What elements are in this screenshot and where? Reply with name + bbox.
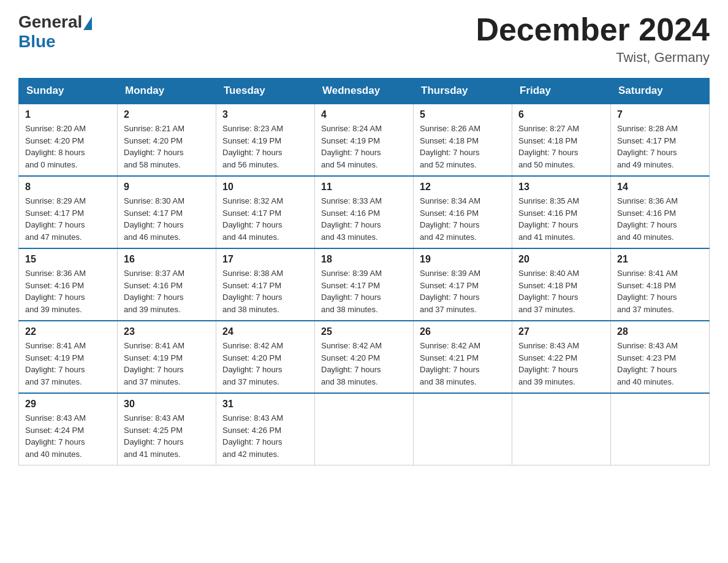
location-label: Twist, Germany [476,50,710,66]
calendar-header-row: SundayMondayTuesdayWednesdayThursdayFrid… [19,79,710,104]
column-header-friday: Friday [512,79,611,104]
calendar-cell [414,393,512,465]
title-section: December 2024 Twist, Germany [476,12,710,66]
week-row-5: 29Sunrise: 8:43 AM Sunset: 4:24 PM Dayli… [19,393,710,465]
day-number: 1 [25,109,111,120]
calendar-cell: 13Sunrise: 8:35 AM Sunset: 4:16 PM Dayli… [512,176,611,248]
day-info: Sunrise: 8:42 AM Sunset: 4:20 PM Dayligh… [321,340,407,388]
day-number: 28 [617,326,703,337]
week-row-4: 22Sunrise: 8:41 AM Sunset: 4:19 PM Dayli… [19,321,710,393]
day-info: Sunrise: 8:42 AM Sunset: 4:20 PM Dayligh… [222,340,308,388]
day-info: Sunrise: 8:41 AM Sunset: 4:19 PM Dayligh… [25,340,111,388]
day-number: 26 [420,326,506,337]
day-info: Sunrise: 8:40 AM Sunset: 4:18 PM Dayligh… [518,267,604,315]
day-info: Sunrise: 8:41 AM Sunset: 4:18 PM Dayligh… [617,267,703,315]
day-number: 19 [420,254,506,265]
day-info: Sunrise: 8:37 AM Sunset: 4:16 PM Dayligh… [124,267,210,315]
day-info: Sunrise: 8:29 AM Sunset: 4:17 PM Dayligh… [25,195,111,243]
day-number: 13 [518,182,604,193]
day-number: 22 [25,326,111,337]
day-info: Sunrise: 8:35 AM Sunset: 4:16 PM Dayligh… [518,195,604,243]
day-info: Sunrise: 8:38 AM Sunset: 4:17 PM Dayligh… [222,267,308,315]
day-number: 16 [124,254,210,265]
day-number: 14 [617,182,703,193]
calendar-cell: 30Sunrise: 8:43 AM Sunset: 4:25 PM Dayli… [118,393,216,465]
day-number: 20 [518,254,604,265]
calendar-cell: 16Sunrise: 8:37 AM Sunset: 4:16 PM Dayli… [118,248,216,321]
day-info: Sunrise: 8:43 AM Sunset: 4:25 PM Dayligh… [124,412,210,460]
column-header-wednesday: Wednesday [315,79,414,104]
calendar-cell: 5Sunrise: 8:26 AM Sunset: 4:18 PM Daylig… [414,104,512,176]
day-number: 23 [124,326,210,337]
calendar-cell: 17Sunrise: 8:38 AM Sunset: 4:17 PM Dayli… [216,248,315,321]
day-number: 7 [617,109,703,120]
calendar-table: SundayMondayTuesdayWednesdayThursdayFrid… [18,78,710,465]
month-title: December 2024 [476,12,710,47]
calendar-cell: 1Sunrise: 8:20 AM Sunset: 4:20 PM Daylig… [19,104,118,176]
day-number: 24 [222,326,308,337]
week-row-2: 8Sunrise: 8:29 AM Sunset: 4:17 PM Daylig… [19,176,710,248]
day-number: 11 [321,182,407,193]
week-row-3: 15Sunrise: 8:36 AM Sunset: 4:16 PM Dayli… [19,248,710,321]
calendar-cell: 18Sunrise: 8:39 AM Sunset: 4:17 PM Dayli… [315,248,414,321]
day-number: 5 [420,109,506,120]
day-number: 29 [25,399,111,410]
day-number: 4 [321,109,407,120]
day-number: 2 [124,109,210,120]
day-info: Sunrise: 8:43 AM Sunset: 4:26 PM Dayligh… [222,412,308,460]
calendar-cell: 14Sunrise: 8:36 AM Sunset: 4:16 PM Dayli… [611,176,710,248]
day-number: 6 [518,109,604,120]
day-info: Sunrise: 8:39 AM Sunset: 4:17 PM Dayligh… [321,267,407,315]
calendar-cell: 8Sunrise: 8:29 AM Sunset: 4:17 PM Daylig… [19,176,118,248]
calendar-cell: 23Sunrise: 8:41 AM Sunset: 4:19 PM Dayli… [118,321,216,393]
calendar-cell: 15Sunrise: 8:36 AM Sunset: 4:16 PM Dayli… [19,248,118,321]
calendar-cell: 12Sunrise: 8:34 AM Sunset: 4:16 PM Dayli… [414,176,512,248]
day-number: 15 [25,254,111,265]
day-info: Sunrise: 8:20 AM Sunset: 4:20 PM Dayligh… [25,123,111,170]
calendar-cell: 25Sunrise: 8:42 AM Sunset: 4:20 PM Dayli… [315,321,414,393]
calendar-cell: 31Sunrise: 8:43 AM Sunset: 4:26 PM Dayli… [216,393,315,465]
day-info: Sunrise: 8:27 AM Sunset: 4:18 PM Dayligh… [518,123,604,170]
calendar-cell: 7Sunrise: 8:28 AM Sunset: 4:17 PM Daylig… [611,104,710,176]
day-info: Sunrise: 8:42 AM Sunset: 4:21 PM Dayligh… [420,340,506,388]
day-info: Sunrise: 8:30 AM Sunset: 4:17 PM Dayligh… [124,195,210,243]
day-number: 9 [124,182,210,193]
day-number: 3 [222,109,308,120]
day-number: 30 [124,399,210,410]
day-info: Sunrise: 8:26 AM Sunset: 4:18 PM Dayligh… [420,123,506,170]
day-info: Sunrise: 8:43 AM Sunset: 4:22 PM Dayligh… [518,340,604,388]
logo: General Blue [18,12,92,52]
calendar-cell: 6Sunrise: 8:27 AM Sunset: 4:18 PM Daylig… [512,104,611,176]
day-info: Sunrise: 8:34 AM Sunset: 4:16 PM Dayligh… [420,195,506,243]
day-info: Sunrise: 8:36 AM Sunset: 4:16 PM Dayligh… [617,195,703,243]
day-info: Sunrise: 8:43 AM Sunset: 4:23 PM Dayligh… [617,340,703,388]
calendar-cell: 11Sunrise: 8:33 AM Sunset: 4:16 PM Dayli… [315,176,414,248]
day-number: 25 [321,326,407,337]
calendar-cell: 29Sunrise: 8:43 AM Sunset: 4:24 PM Dayli… [19,393,118,465]
calendar-cell: 4Sunrise: 8:24 AM Sunset: 4:19 PM Daylig… [315,104,414,176]
day-number: 8 [25,182,111,193]
logo-general-text: General [18,12,82,32]
day-info: Sunrise: 8:41 AM Sunset: 4:19 PM Dayligh… [124,340,210,388]
day-info: Sunrise: 8:33 AM Sunset: 4:16 PM Dayligh… [321,195,407,243]
calendar-cell [611,393,710,465]
day-number: 10 [222,182,308,193]
day-info: Sunrise: 8:43 AM Sunset: 4:24 PM Dayligh… [25,412,111,460]
calendar-cell: 28Sunrise: 8:43 AM Sunset: 4:23 PM Dayli… [611,321,710,393]
day-number: 12 [420,182,506,193]
day-number: 17 [222,254,308,265]
day-info: Sunrise: 8:24 AM Sunset: 4:19 PM Dayligh… [321,123,407,170]
column-header-sunday: Sunday [19,79,118,104]
calendar-cell: 21Sunrise: 8:41 AM Sunset: 4:18 PM Dayli… [611,248,710,321]
day-info: Sunrise: 8:23 AM Sunset: 4:19 PM Dayligh… [222,123,308,170]
page-header: General Blue December 2024 Twist, German… [18,12,710,66]
week-row-1: 1Sunrise: 8:20 AM Sunset: 4:20 PM Daylig… [19,104,710,176]
day-number: 21 [617,254,703,265]
calendar-cell: 26Sunrise: 8:42 AM Sunset: 4:21 PM Dayli… [414,321,512,393]
day-info: Sunrise: 8:39 AM Sunset: 4:17 PM Dayligh… [420,267,506,315]
calendar-cell [315,393,414,465]
calendar-cell: 20Sunrise: 8:40 AM Sunset: 4:18 PM Dayli… [512,248,611,321]
calendar-cell: 10Sunrise: 8:32 AM Sunset: 4:17 PM Dayli… [216,176,315,248]
day-number: 27 [518,326,604,337]
logo-triangle-icon [83,17,92,30]
